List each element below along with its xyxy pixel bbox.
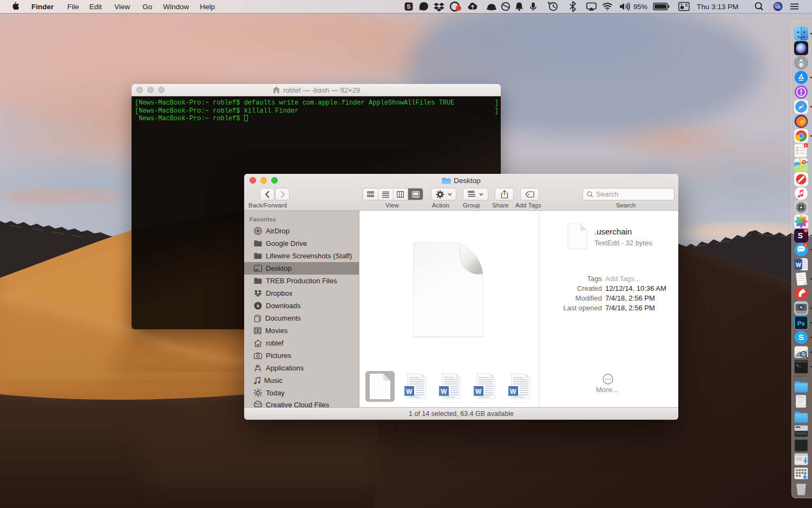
svg-text:Thu 3:13 PM: Thu 3:13 PM (697, 3, 738, 11)
svg-text:95%: 95% (633, 3, 647, 11)
svg-text:>_: >_ (796, 363, 801, 368)
svg-text:S: S (798, 231, 803, 240)
svg-text:Ps: Ps (797, 320, 805, 327)
svg-text:S: S (798, 333, 804, 342)
svg-text:1: 1 (805, 243, 807, 246)
svg-text:W: W (796, 262, 801, 268)
svg-text:S: S (407, 3, 410, 10)
svg-text:4: 4 (805, 229, 807, 232)
svg-text:6: 6 (805, 144, 807, 147)
